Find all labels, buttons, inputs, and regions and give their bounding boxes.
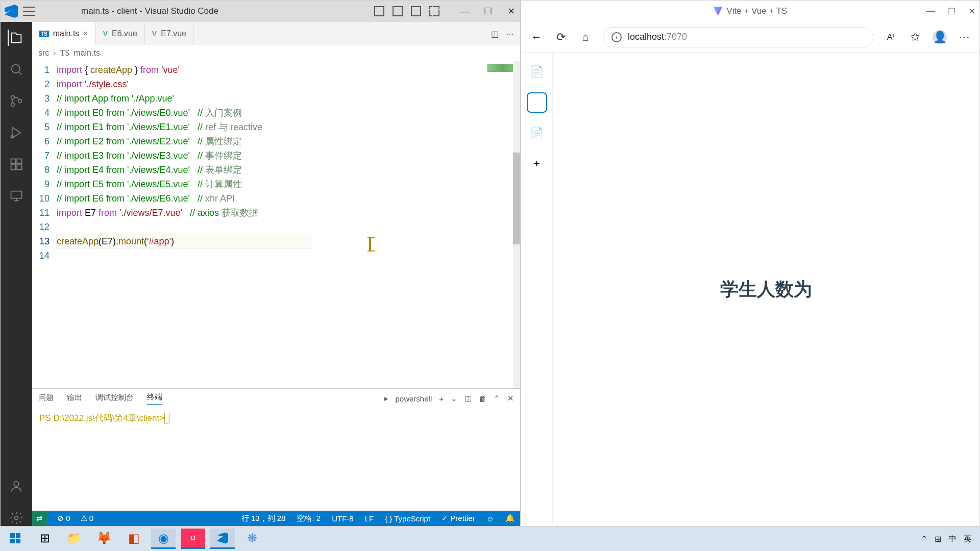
office-icon[interactable]: ◧ bbox=[121, 529, 146, 549]
vscode-titlebar: main.ts - client - Visual Studio Code — … bbox=[1, 1, 520, 22]
favorite-icon[interactable]: ✩ bbox=[908, 30, 922, 44]
file-explorer-icon[interactable]: 📁 bbox=[62, 529, 87, 549]
refresh-icon[interactable]: ⟳ bbox=[554, 30, 568, 44]
feedback-icon[interactable]: ☺ bbox=[486, 514, 494, 523]
maximize-icon[interactable]: ☐ bbox=[948, 6, 955, 17]
url-port: :7070 bbox=[664, 32, 687, 42]
debug-icon[interactable] bbox=[8, 124, 24, 141]
tab-main-ts[interactable]: TS main.ts × bbox=[32, 22, 96, 45]
system-tray: ⌃ ⊞ 中 英 bbox=[921, 534, 977, 544]
maximize-panel-icon[interactable]: ⌃ bbox=[494, 394, 500, 403]
tab-e7-vue[interactable]: V E7.vue bbox=[145, 22, 194, 45]
panel-left-icon[interactable] bbox=[374, 6, 384, 16]
bell-icon[interactable]: 🔔 bbox=[505, 514, 515, 523]
errors-count[interactable]: ⊘ 0 bbox=[57, 514, 70, 523]
tab-label: main.ts bbox=[53, 29, 80, 38]
shell-name[interactable]: powershell bbox=[396, 394, 432, 403]
panel-tab-terminal[interactable]: 终端 bbox=[147, 392, 162, 405]
panel-tab-problems[interactable]: 问题 bbox=[38, 393, 54, 405]
breadcrumb-item[interactable]: main.ts bbox=[74, 48, 100, 58]
ime-mode[interactable]: 英 bbox=[964, 534, 972, 544]
svg-point-11 bbox=[15, 516, 18, 520]
new-tab-icon[interactable]: + bbox=[528, 155, 546, 173]
typescript-icon: TS bbox=[39, 31, 49, 37]
address-bar[interactable]: i localhost:7070 bbox=[603, 27, 873, 47]
code-editor[interactable]: 1234567891011121314 import { createApp }… bbox=[32, 61, 520, 388]
settings-icon[interactable] bbox=[8, 510, 24, 526]
terminal-shell-icon[interactable]: ▸ bbox=[384, 394, 388, 403]
minimize-icon[interactable]: — bbox=[460, 6, 470, 16]
page-heading: 学生人数为 bbox=[720, 277, 812, 302]
start-button[interactable] bbox=[3, 529, 28, 549]
edge-icon[interactable]: ◉ bbox=[151, 529, 176, 549]
tray-chevron-icon[interactable]: ⌃ bbox=[921, 534, 927, 544]
indentation[interactable]: 空格: 2 bbox=[297, 514, 321, 523]
tab-item-active[interactable] bbox=[528, 93, 546, 112]
tab-item[interactable]: 📄 bbox=[528, 63, 546, 81]
prettier-status[interactable]: ✓ Prettier bbox=[442, 514, 475, 523]
terminal-body[interactable]: PS D:\2022.js\代码\第4章\client> bbox=[32, 408, 520, 511]
customize-layout-icon[interactable] bbox=[429, 6, 439, 16]
vscode-taskbar-icon[interactable] bbox=[210, 529, 235, 549]
extensions-icon[interactable] bbox=[8, 156, 24, 172]
breadcrumb[interactable]: src › TS main.ts bbox=[32, 45, 520, 61]
read-aloud-icon[interactable]: A⁾ bbox=[884, 30, 898, 44]
svg-rect-5 bbox=[11, 159, 16, 164]
tab-close-icon[interactable]: × bbox=[83, 29, 88, 38]
menu-icon[interactable] bbox=[23, 7, 35, 16]
new-terminal-icon[interactable]: + bbox=[439, 394, 444, 403]
vscode-window: main.ts - client - Visual Studio Code — … bbox=[0, 0, 521, 527]
maximize-icon[interactable]: ☐ bbox=[483, 6, 493, 16]
terminal-prompt: PS D:\2022.js\代码\第4章\client> bbox=[39, 413, 164, 423]
app-icon[interactable]: ❋ bbox=[240, 529, 264, 549]
search-icon[interactable] bbox=[8, 61, 24, 78]
svg-rect-12 bbox=[10, 533, 15, 538]
task-view-icon[interactable]: ⊞ bbox=[33, 529, 57, 549]
warnings-count[interactable]: ⚠ 0 bbox=[81, 514, 94, 523]
split-editor-icon[interactable]: ◫ bbox=[491, 29, 499, 39]
page-content: 学生人数为 bbox=[553, 53, 979, 526]
ime-language[interactable]: 中 bbox=[948, 534, 957, 544]
close-icon[interactable]: ✕ bbox=[968, 6, 975, 17]
source-control-icon[interactable] bbox=[8, 93, 24, 109]
scrollbar[interactable] bbox=[513, 61, 520, 388]
back-icon[interactable]: ← bbox=[529, 30, 544, 44]
layout-controls bbox=[374, 6, 439, 16]
more-icon[interactable]: ⋯ bbox=[506, 29, 514, 39]
explorer-icon[interactable] bbox=[8, 30, 24, 46]
split-terminal-icon[interactable]: ◫ bbox=[464, 394, 472, 403]
home-icon[interactable]: ⌂ bbox=[578, 30, 593, 44]
panel-bottom-icon[interactable] bbox=[393, 6, 403, 16]
tab-label: E7.vue bbox=[161, 29, 186, 38]
close-icon[interactable]: ✕ bbox=[506, 6, 516, 16]
account-icon[interactable] bbox=[8, 478, 24, 494]
chevron-right-icon: › bbox=[53, 48, 56, 58]
browser-tab-title: Vite + Vue + TS bbox=[727, 6, 788, 16]
breadcrumb-item[interactable]: src bbox=[38, 48, 49, 58]
panel-tab-debug[interactable]: 调试控制台 bbox=[95, 393, 134, 405]
minimize-icon[interactable]: — bbox=[926, 6, 935, 17]
tab-item[interactable]: 📄 bbox=[528, 124, 546, 142]
firefox-icon[interactable]: 🦊 bbox=[92, 529, 116, 549]
terminal-dropdown-icon[interactable]: ⌄ bbox=[451, 394, 457, 403]
site-info-icon[interactable]: i bbox=[611, 32, 622, 42]
kill-terminal-icon[interactable]: 🗑 bbox=[479, 394, 486, 403]
scrollbar-thumb[interactable] bbox=[513, 153, 520, 244]
tray-network-icon[interactable]: ⊞ bbox=[935, 534, 941, 544]
close-panel-icon[interactable]: ✕ bbox=[507, 394, 514, 403]
remote-indicator[interactable]: ⇄ bbox=[32, 511, 47, 526]
tab-e6-vue[interactable]: V E6.vue bbox=[96, 22, 145, 45]
cursor-position[interactable]: 行 13，列 28 bbox=[241, 514, 286, 523]
remote-icon[interactable] bbox=[8, 188, 24, 204]
panel-right-icon[interactable] bbox=[411, 6, 421, 16]
profile-icon[interactable]: 👤 bbox=[933, 30, 947, 44]
url-host: localhost bbox=[628, 32, 664, 42]
encoding[interactable]: UTF-8 bbox=[332, 514, 354, 523]
panel-tab-output[interactable]: 输出 bbox=[67, 393, 82, 405]
code-content[interactable]: import { createApp } from 'vue'import '.… bbox=[57, 61, 520, 388]
menu-icon[interactable]: ⋯ bbox=[957, 30, 971, 44]
intellij-icon[interactable]: IJ bbox=[181, 529, 205, 549]
svg-rect-14 bbox=[10, 539, 15, 543]
language-mode[interactable]: { } TypeScript bbox=[385, 514, 430, 523]
eol[interactable]: LF bbox=[365, 514, 374, 523]
